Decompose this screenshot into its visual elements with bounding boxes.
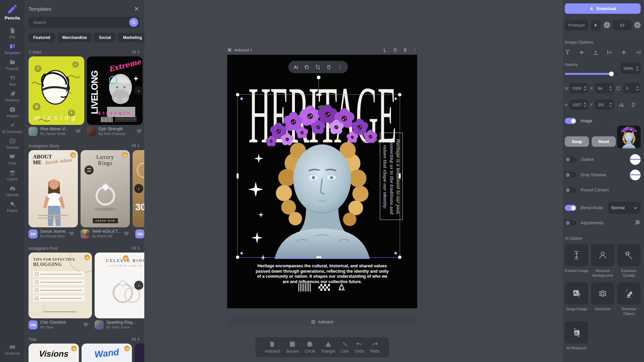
sidebar-item-layers[interactable]: Layers xyxy=(0,167,24,183)
favorite-heart-icon[interactable] xyxy=(83,322,89,328)
favorite-heart-icon[interactable] xyxy=(136,129,142,135)
template-card-story-2[interactable]: LuxuryRings 50%OFF ORDER NOW xyxy=(81,150,130,227)
adjustments-sliders-icon[interactable] xyxy=(635,219,641,227)
align-vertical-center-icon[interactable] xyxy=(579,50,584,55)
template-card-story-1[interactable]: ABOUTME Sarah Adam xyxy=(29,150,78,227)
flip-vertical-icon[interactable] xyxy=(631,102,636,107)
prototype-button[interactable]: Prototype xyxy=(565,20,588,30)
poster-body-text[interactable]: Heritage encompasses the cultural, histo… xyxy=(254,264,390,285)
opacity-slider[interactable] xyxy=(565,72,618,76)
sidebar-item-pallets[interactable]: Pallets xyxy=(0,199,24,215)
resize-handle-se[interactable] xyxy=(398,256,401,259)
tool-circle[interactable]: Circle xyxy=(305,341,315,354)
chip-social[interactable]: Social xyxy=(94,33,115,42)
align-horizontal-center-icon[interactable] xyxy=(621,50,627,55)
template-card-tote-3-clipped[interactable] xyxy=(135,344,144,362)
tool-undo[interactable]: Undo xyxy=(355,341,364,354)
zoom-out-button[interactable]: − xyxy=(604,22,610,28)
remove-background-button[interactable] xyxy=(591,244,614,266)
sidebar-item-projects[interactable]: Projects xyxy=(0,57,24,73)
canvas-area[interactable]: Artboard 1 HERITAGE xyxy=(144,0,563,362)
resize-handle-e[interactable] xyxy=(399,173,401,179)
opacity-stepper[interactable] xyxy=(635,64,640,73)
kebab-menu-icon[interactable] xyxy=(412,48,417,52)
sidebar-item-chat[interactable]: Chat xyxy=(0,151,24,167)
sidebar-item-templates[interactable]: Templates xyxy=(0,41,24,57)
ruler-icon[interactable] xyxy=(383,48,388,52)
vectorize-button[interactable] xyxy=(591,282,614,305)
search-button[interactable] xyxy=(129,18,138,27)
outline-toggle[interactable] xyxy=(565,156,576,163)
blend-mode-toggle[interactable] xyxy=(565,205,576,211)
resize-handle-s[interactable] xyxy=(316,256,321,258)
favorite-heart-icon[interactable] xyxy=(123,231,129,237)
sidebar-item-shortcuts[interactable]: Shortcuts xyxy=(0,342,24,357)
sidebar-item-textures[interactable]: Textures xyxy=(0,136,24,151)
artboard-title-group[interactable]: Artboard 1 xyxy=(227,48,252,52)
sidebar-item-graphics[interactable]: Graphics xyxy=(0,88,24,104)
adjustments-toggle[interactable] xyxy=(565,220,576,226)
zoom-in-button[interactable]: + xyxy=(634,22,641,28)
chip-featured[interactable]: Featured xyxy=(29,33,55,42)
resize-handle-n[interactable] xyxy=(316,94,321,96)
story-row-next-button[interactable]: › xyxy=(134,184,143,193)
play-button[interactable] xyxy=(591,20,601,30)
inner-handle-ne[interactable] xyxy=(394,97,397,100)
flip-horizontal-icon[interactable] xyxy=(618,102,624,107)
tool-redo[interactable]: Redo xyxy=(370,341,380,354)
sidebar-item-text[interactable]: Text xyxy=(0,73,24,88)
sidebar-item-uploads[interactable]: Uploads xyxy=(0,183,24,199)
resize-handle-sw[interactable] xyxy=(236,256,239,259)
template-card-tshirt-1[interactable]: missing xyxy=(29,56,84,125)
zoom-level-field[interactable]: 63 xyxy=(613,20,632,30)
template-card-tote-1-clipped[interactable]: Visions xyxy=(29,344,79,362)
chip-marketing[interactable]: Marketing xyxy=(118,33,144,42)
reset-button[interactable]: Reset xyxy=(592,136,616,147)
blend-mode-dropdown[interactable]: Normal xyxy=(608,202,641,214)
post-all-link[interactable]: All xyxy=(132,246,140,251)
height-field[interactable]: 1027 xyxy=(569,99,588,110)
tool-line[interactable]: Line xyxy=(341,341,349,354)
inner-handle-sw[interactable] xyxy=(240,252,243,255)
round-corners-toggle[interactable] xyxy=(565,187,576,193)
drop-shadow-color-swatch[interactable] xyxy=(630,170,641,180)
duplicate-icon[interactable] xyxy=(304,64,309,70)
favorite-heart-icon[interactable] xyxy=(75,129,81,135)
remove-object-button[interactable] xyxy=(617,282,641,305)
story-all-link[interactable]: All xyxy=(132,143,140,148)
ai-tool-button[interactable]: AI xyxy=(294,64,298,70)
rotate-icon[interactable] xyxy=(616,86,621,91)
statue-art[interactable] xyxy=(617,126,641,148)
resize-handle-nw[interactable] xyxy=(236,93,239,96)
y-field[interactable]: 251 xyxy=(595,99,614,110)
ai-replacer-button[interactable] xyxy=(565,321,588,344)
template-card-post-1[interactable]: TIPS FOR EFFECTIVE BLOGGING xyxy=(29,253,92,318)
sidebar-item-images[interactable]: Images xyxy=(0,104,24,120)
width-field[interactable]: 1026 xyxy=(569,83,588,93)
download-button[interactable]: Download xyxy=(565,3,641,14)
align-left-icon[interactable] xyxy=(607,50,612,55)
close-icon[interactable] xyxy=(134,6,140,12)
search-input[interactable] xyxy=(29,20,140,25)
align-bottom-icon[interactable] xyxy=(593,50,598,55)
image-thumb[interactable] xyxy=(617,126,641,148)
tool-artboard[interactable]: Artboard xyxy=(264,341,280,354)
slider-thumb[interactable] xyxy=(609,72,614,76)
swap-button[interactable]: Swap xyxy=(565,136,589,147)
tote-all-link[interactable]: All xyxy=(132,337,140,342)
inner-handle-se[interactable] xyxy=(394,252,397,255)
outline-color-swatch[interactable] xyxy=(630,154,641,165)
tshirt-row-next-button[interactable]: › xyxy=(134,86,143,95)
resize-handle-w[interactable] xyxy=(237,173,239,179)
drop-shadow-toggle[interactable] xyxy=(565,172,576,178)
rotation-handle[interactable] xyxy=(317,76,320,79)
inner-handle-nw[interactable] xyxy=(240,97,243,100)
trash-icon[interactable] xyxy=(403,48,407,52)
align-top-icon[interactable] xyxy=(565,50,570,55)
enhance-quality-button[interactable] xyxy=(617,244,641,266)
swap-image-button[interactable] xyxy=(565,282,588,305)
crop-icon[interactable] xyxy=(315,64,320,70)
chip-merchandise[interactable]: Merchandise xyxy=(58,33,92,42)
x-field[interactable]: 64 xyxy=(595,83,614,93)
resize-handle-ne[interactable] xyxy=(398,93,401,96)
